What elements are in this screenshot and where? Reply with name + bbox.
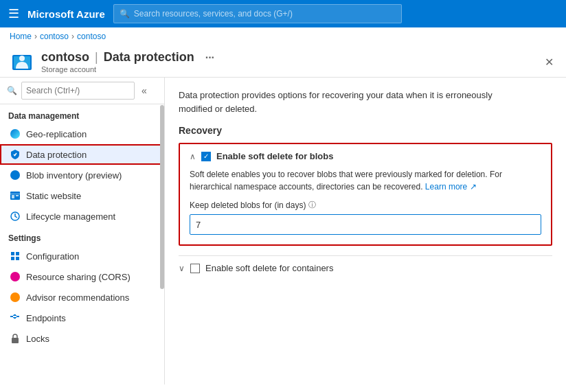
breadcrumb: Home › contoso › contoso [0, 27, 566, 45]
svg-rect-5 [12, 195, 14, 198]
svg-rect-9 [16, 252, 19, 255]
content-area: Data protection provides options for rec… [165, 78, 566, 384]
svg-rect-15 [17, 316, 19, 317]
data-protection-icon [10, 149, 21, 160]
storage-account-icon [10, 49, 34, 74]
top-nav: ☰ Microsoft Azure 🔍 Search resources, se… [0, 0, 566, 27]
sidebar-search-icon: 🔍 [7, 86, 17, 95]
sidebar-item-endpoints[interactable]: Endpoints [0, 308, 164, 328]
sidebar-item-locks[interactable]: Locks [0, 328, 164, 349]
svg-line-19 [16, 316, 17, 318]
main-layout: 🔍 « Data management Geo-replication Data… [0, 78, 566, 384]
sidebar-search-input[interactable] [21, 82, 135, 100]
hamburger-icon[interactable]: ☰ [8, 6, 19, 21]
page-header: contoso | Data protection ··· Storage ac… [0, 45, 566, 78]
sidebar-item-cors-label: Resource sharing (CORS) [26, 272, 131, 282]
info-icon[interactable]: ⓘ [308, 200, 316, 210]
sidebar-search-bar: 🔍 « [0, 78, 164, 104]
blobs-checkbox-label: Enable soft delete for blobs [216, 151, 333, 161]
collapse-sidebar-button[interactable]: « [142, 85, 147, 96]
sidebar-item-configuration[interactable]: Configuration [0, 246, 164, 266]
svg-rect-10 [11, 257, 14, 260]
breadcrumb-home[interactable]: Home [10, 32, 32, 41]
sidebar-item-advisor-label: Advisor recommendations [26, 292, 129, 303]
sidebar-item-blob-inventory[interactable]: Blob inventory (preview) [0, 165, 164, 185]
keep-days-label: Keep deleted blobs for (in days) ⓘ [190, 200, 541, 210]
sidebar-item-geo-label: Geo-replication [26, 129, 87, 139]
blobs-chevron-icon[interactable]: ∧ [190, 152, 196, 161]
sidebar-item-cors[interactable]: Resource sharing (CORS) [0, 266, 164, 287]
sidebar-item-config-label: Configuration [26, 251, 79, 262]
svg-point-2 [19, 56, 25, 61]
sidebar-item-endpoints-label: Endpoints [26, 313, 66, 323]
soft-delete-containers-section: ∨ Enable soft delete for containers [179, 255, 552, 280]
soft-delete-blobs-header: ∧ Enable soft delete for blobs [180, 144, 551, 168]
svg-rect-13 [14, 314, 16, 316]
sidebar-item-lifecycle-label: Lifecycle management [26, 211, 115, 222]
search-icon: 🔍 [120, 9, 130, 19]
content-description: Data protection provides options for rec… [179, 89, 522, 115]
sidebar-section-settings: Settings [0, 227, 164, 246]
sidebar-item-data-protection[interactable]: Data protection [0, 144, 164, 165]
sidebar: 🔍 « Data management Geo-replication Data… [0, 78, 165, 384]
advisor-icon [10, 292, 21, 303]
sidebar-item-static-website[interactable]: Static website [0, 185, 164, 206]
recovery-section-title: Recovery [179, 125, 552, 136]
sidebar-item-blob-label: Blob inventory (preview) [26, 170, 122, 181]
page-titles: contoso | Data protection ··· Storage ac… [41, 50, 542, 73]
geo-icon [10, 128, 21, 139]
page-subtitle: Storage account [41, 65, 542, 73]
lifecycle-icon [10, 211, 21, 222]
svg-rect-6 [16, 195, 19, 196]
sidebar-item-data-protection-label: Data protection [26, 150, 87, 160]
days-input[interactable] [190, 214, 541, 235]
sidebar-item-lifecycle[interactable]: Lifecycle management [0, 206, 164, 227]
global-search[interactable]: 🔍 Search resources, services, and docs (… [113, 4, 402, 23]
sidebar-scrollbar[interactable] [160, 105, 164, 289]
page-name: Data protection [104, 50, 194, 65]
blobs-checkbox[interactable] [201, 152, 211, 161]
search-placeholder: Search resources, services, and docs (G+… [134, 9, 293, 19]
sidebar-item-geo-replication[interactable]: Geo-replication [0, 124, 164, 144]
sidebar-item-advisor[interactable]: Advisor recommendations [0, 287, 164, 308]
soft-delete-blobs-body: Soft delete enables you to recover blobs… [180, 168, 551, 244]
app-title: Microsoft Azure [27, 8, 105, 20]
svg-line-17 [12, 316, 14, 318]
blobs-description: Soft delete enables you to recover blobs… [190, 168, 541, 193]
containers-checkbox-label: Enable soft delete for containers [205, 263, 333, 273]
svg-rect-12 [10, 316, 12, 317]
endpoints-icon [10, 312, 21, 323]
containers-chevron-icon[interactable]: ∨ [179, 264, 185, 273]
svg-rect-14 [14, 317, 16, 319]
config-icon [10, 251, 21, 262]
soft-delete-blobs-box: ∧ Enable soft delete for blobs Soft dele… [179, 143, 552, 246]
breadcrumb-contoso1[interactable]: contoso [40, 32, 69, 41]
account-name: contoso [41, 50, 89, 65]
sidebar-item-locks-label: Locks [26, 334, 49, 344]
svg-rect-4 [10, 194, 20, 194]
blob-icon [10, 170, 21, 181]
learn-more-link[interactable]: Learn more ↗ [425, 182, 477, 192]
svg-rect-11 [16, 257, 19, 260]
containers-checkbox[interactable] [190, 264, 200, 273]
sidebar-item-static-label: Static website [26, 191, 81, 201]
breadcrumb-contoso2[interactable]: contoso [77, 32, 106, 41]
more-options-icon[interactable]: ··· [205, 51, 214, 64]
svg-rect-20 [12, 338, 19, 343]
locks-icon [10, 333, 21, 344]
svg-rect-8 [11, 252, 14, 255]
cors-icon [10, 271, 21, 282]
sidebar-section-data-management: Data management [0, 104, 164, 124]
close-button[interactable]: ✕ [542, 53, 556, 71]
web-icon [10, 190, 21, 201]
